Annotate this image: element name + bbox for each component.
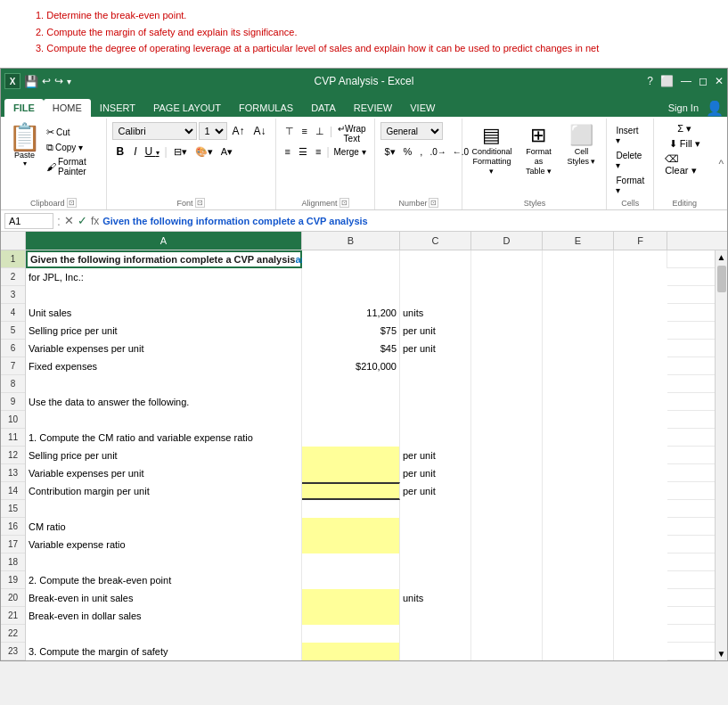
cell-c12[interactable]: per unit [400, 447, 471, 464]
cell-d14[interactable] [471, 482, 543, 500]
number-format-select[interactable]: General [380, 122, 443, 140]
formula-input[interactable] [102, 216, 724, 226]
tab-data[interactable]: DATA [302, 99, 345, 117]
cell-d8[interactable] [471, 375, 543, 393]
cell-d13[interactable] [471, 464, 543, 482]
cell-c16[interactable] [400, 518, 471, 536]
cell-d6[interactable] [471, 340, 543, 357]
insert-cells-button[interactable]: Insert ▾ [612, 124, 648, 147]
cell-f6[interactable] [614, 340, 667, 357]
cell-b3[interactable] [302, 286, 400, 304]
cell-f20[interactable] [614, 589, 667, 607]
cell-a5[interactable]: Selling price per unit [26, 322, 302, 340]
cell-c22[interactable] [400, 625, 471, 643]
cell-a11[interactable]: 1. Compute the CM ratio and variable exp… [26, 429, 302, 447]
col-header-d[interactable]: D [471, 232, 543, 250]
tab-view[interactable]: VIEW [401, 99, 444, 117]
cell-e21[interactable] [543, 607, 614, 625]
cell-f12[interactable] [614, 447, 667, 464]
cell-b13[interactable] [302, 464, 400, 482]
cell-e10[interactable] [543, 411, 614, 429]
increase-decimal-button[interactable]: .0→ [427, 143, 448, 160]
confirm-formula-icon[interactable]: ✓ [78, 214, 87, 227]
alignment-expand-icon[interactable]: ⊡ [339, 198, 349, 208]
cell-f4[interactable] [614, 304, 667, 322]
row-header-19[interactable]: 19 [1, 571, 25, 589]
cell-b17[interactable] [302, 536, 400, 553]
cell-e4[interactable] [543, 304, 614, 322]
tab-review[interactable]: REVIEW [345, 99, 401, 117]
row-header-14[interactable]: 14 [1, 482, 25, 500]
cell-b23[interactable] [302, 643, 400, 660]
cell-f10[interactable] [614, 411, 667, 429]
tab-home[interactable]: HOME [44, 99, 91, 117]
cell-styles-button[interactable]: ⬜ CellStyles ▾ [561, 122, 601, 168]
cell-b15[interactable] [302, 500, 400, 518]
conditional-formatting-button[interactable]: ▤ ConditionalFormatting ▾ [468, 122, 515, 177]
cell-c20[interactable]: units [400, 589, 471, 607]
cell-d7[interactable] [471, 357, 543, 375]
cell-a23[interactable]: 3. Compute the margin of safety [26, 643, 302, 660]
row-header-15[interactable]: 15 [1, 500, 25, 518]
cell-b4[interactable]: 11,200 [302, 304, 400, 322]
cell-c15[interactable] [400, 500, 471, 518]
cell-f9[interactable] [614, 393, 667, 411]
cell-f2[interactable] [614, 268, 667, 286]
cell-d12[interactable] [471, 447, 543, 464]
cell-d20[interactable] [471, 589, 543, 607]
fill-color-button[interactable]: 🎨▾ [192, 143, 217, 160]
cell-c11[interactable] [400, 429, 471, 447]
close-button[interactable]: ✕ [715, 75, 724, 87]
bold-button[interactable]: B [112, 143, 129, 160]
tab-page-layout[interactable]: PAGE LAYOUT [144, 99, 230, 117]
save-button[interactable]: 💾 [24, 75, 38, 88]
cell-e23[interactable] [543, 643, 614, 660]
merge-center-button[interactable]: Merge ▾ [331, 143, 369, 160]
cell-f5[interactable] [614, 322, 667, 340]
ribbon-expand-button[interactable]: ^ [718, 158, 724, 170]
number-expand-icon[interactable]: ⊡ [429, 198, 438, 208]
cell-e17[interactable] [543, 536, 614, 553]
cell-a9[interactable]: Use the data to answer the following. [26, 393, 302, 411]
clipboard-expand-icon[interactable]: ⊡ [67, 198, 77, 208]
cell-e6[interactable] [543, 340, 614, 357]
row-header-5[interactable]: 5 [1, 322, 25, 340]
cell-a2[interactable]: for JPL, Inc.: [26, 268, 302, 286]
cell-f11[interactable] [614, 429, 667, 447]
cell-a3[interactable] [26, 286, 302, 304]
bottom-align-button[interactable]: ⊥ [312, 122, 328, 140]
cell-e1[interactable] [543, 250, 614, 268]
maximize-button[interactable]: ◻ [699, 75, 708, 87]
underline-button[interactable]: U ▾ [143, 143, 162, 160]
cell-d4[interactable] [471, 304, 543, 322]
cell-d16[interactable] [471, 518, 543, 536]
cell-f13[interactable] [614, 464, 667, 482]
cell-a18[interactable] [26, 553, 302, 571]
cell-b14[interactable] [302, 482, 400, 500]
row-header-20[interactable]: 20 [1, 589, 25, 607]
row-header-8[interactable]: 8 [1, 375, 25, 393]
cell-e11[interactable] [543, 429, 614, 447]
cell-e2[interactable] [543, 268, 614, 286]
vertical-scrollbar[interactable]: ▲ ▼ [715, 250, 727, 660]
tab-insert[interactable]: INSERT [91, 99, 144, 117]
cell-f7[interactable] [614, 357, 667, 375]
row-header-18[interactable]: 18 [1, 553, 25, 571]
cell-f19[interactable] [614, 571, 667, 589]
sign-in-button[interactable]: Sign In [661, 99, 706, 117]
cell-f3[interactable] [614, 286, 667, 304]
cell-b11[interactable] [302, 429, 400, 447]
cell-a8[interactable] [26, 375, 302, 393]
col-header-a[interactable]: A [26, 232, 302, 250]
cell-a7[interactable]: Fixed expenses [26, 357, 302, 375]
cell-f1[interactable] [614, 250, 667, 268]
autosum-button[interactable]: Σ ▾ [674, 122, 695, 135]
cell-b7[interactable]: $210,000 [302, 357, 400, 375]
cell-d1[interactable] [471, 250, 543, 268]
row-header-11[interactable]: 11 [1, 429, 25, 447]
cell-d21[interactable] [471, 607, 543, 625]
italic-button[interactable]: I [129, 143, 141, 160]
cell-b6[interactable]: $45 [302, 340, 400, 357]
left-align-button[interactable]: ≡ [282, 143, 294, 160]
cell-c1[interactable] [400, 250, 471, 268]
